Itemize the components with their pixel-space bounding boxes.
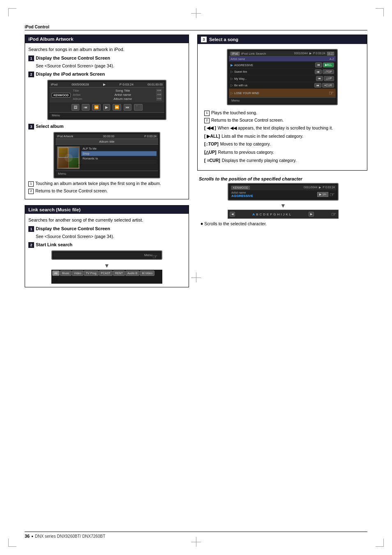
artwork-note-1: 1 Touching an album artwork twice plays … xyxy=(28,181,185,187)
bracket-rewind-label: [ ◀◀ ] xyxy=(204,125,216,131)
link-tab-rent[interactable]: RENT xyxy=(113,271,125,276)
song-name-myway: My Way... xyxy=(234,77,247,80)
ctrl-last[interactable]: ⬛ xyxy=(134,104,143,111)
bracket-cur-label: [ ≡CUR] xyxy=(204,157,220,164)
bracket-up-text: Returns to previous category. xyxy=(218,149,274,155)
song-btn-rew[interactable]: ⏮ xyxy=(315,62,322,67)
song-note-num-2: 2 xyxy=(204,118,210,123)
link-step-2-num: 2 xyxy=(28,242,34,248)
ipod-menu-bar: Menu xyxy=(49,112,164,118)
two-column-layout: iPod Album Artwork Searches for songs in… xyxy=(25,35,367,293)
play-icon-myway: ▷ xyxy=(231,77,233,81)
select-song-step-num: 3 xyxy=(201,37,207,42)
char-b[interactable]: B xyxy=(256,213,258,216)
char-i[interactable]: I xyxy=(281,213,281,216)
ipod-menu-label: Menu xyxy=(52,113,60,117)
song-name-sweetfire: Sweet fire xyxy=(234,70,247,73)
link-tab-mvideo[interactable]: M.Video xyxy=(140,271,154,276)
ctrl-next[interactable]: ⏩ xyxy=(113,104,121,111)
kenwood-logo: KENWOOD xyxy=(52,93,70,97)
artwork-note-2: 2 Returns to the Source Control screen. xyxy=(28,188,185,194)
note-text-2: Returns to the Source Control screen. xyxy=(35,188,108,194)
link-step-2: 2 Start Link search xyxy=(28,242,185,248)
ctrl-thumb[interactable]: 🖼 xyxy=(71,104,79,111)
char-g[interactable]: G xyxy=(273,213,276,216)
page-title: iPod Control xyxy=(25,25,49,29)
char-btn-right[interactable]: ▶ xyxy=(309,212,314,217)
link-tab-music[interactable]: Music xyxy=(60,271,71,276)
scroll-arrow-down: ▼ xyxy=(199,202,367,209)
char-l[interactable]: L xyxy=(289,213,291,216)
az-badge: A-Z xyxy=(327,52,334,56)
artwork-brand: iPod Artwork xyxy=(57,135,73,138)
link-tab-pcast[interactable]: PCAST xyxy=(99,271,113,276)
song-track-num: 0001/0044 xyxy=(294,52,308,56)
note-num-1: 1 xyxy=(28,181,34,187)
char-k[interactable]: K xyxy=(286,213,288,216)
ctrl-next-next[interactable]: ⏭ xyxy=(124,104,131,111)
link-tab-tvprog[interactable]: TV Prog xyxy=(84,271,99,276)
select-song-title: Select a song xyxy=(209,37,238,42)
song-btn-rew-4[interactable]: ⏮ xyxy=(314,83,321,88)
song-note-text-1: Plays the touched song. xyxy=(211,110,257,116)
link-hand-cursor: ☞ xyxy=(152,253,158,260)
char-c[interactable]: C xyxy=(259,213,262,216)
char-bar-hand: ☞ xyxy=(331,211,337,217)
song-bracket-all: [ ▶ALL] Lists all the music in the selec… xyxy=(204,133,360,139)
song-btn-rew-3[interactable]: ⏮ xyxy=(316,76,323,81)
link-tab-video[interactable]: Video xyxy=(72,271,83,276)
song-name-lym: LOSE YOUR MIND xyxy=(234,92,259,95)
char-d[interactable]: D xyxy=(263,213,265,216)
song-btns-myway: ⏮ △UP xyxy=(316,76,334,81)
song-btn-rew-2[interactable]: ⏮ xyxy=(315,69,322,74)
char-a[interactable]: A xyxy=(252,213,255,216)
song-btn-all[interactable]: ▶ALL xyxy=(323,62,334,67)
scroll-char-title: Scrolls to the position of the specified… xyxy=(199,176,367,181)
char-e[interactable]: E xyxy=(267,213,269,216)
scroll-play: ▶ xyxy=(319,186,321,190)
artwork-menu-label: Menu xyxy=(58,172,66,176)
step-3-label: Select album xyxy=(36,123,64,129)
step-1-label: Display the Source Control Screen xyxy=(36,55,110,61)
ipod-track-num: 0005/00028 xyxy=(71,83,89,86)
album-row-3: Romantic to xyxy=(81,156,157,161)
ipod-album-artwork-body: Searches for songs in an album artwork i… xyxy=(25,43,189,199)
song-btn-cur[interactable]: ≡CUR xyxy=(322,83,334,88)
ctrl-prev[interactable]: ⏪ xyxy=(92,104,101,111)
scroll-char-note: • Scrolls to the selected character. xyxy=(199,221,367,226)
char-h[interactable]: H xyxy=(277,213,280,216)
scroll-kenwood-badge: KENWOOD xyxy=(231,186,250,190)
char-f[interactable]: F xyxy=(270,213,272,216)
song-row-aggressive: ▶ AGGRESSIVE ⏮ ▶ALL xyxy=(229,62,336,69)
link-search-body: Searches for another song of the current… xyxy=(25,214,189,287)
song-btn-up[interactable]: △UP xyxy=(324,76,334,81)
ctrl-play[interactable]: ▶ xyxy=(103,104,110,111)
link-tab-audiob[interactable]: Audio B xyxy=(125,271,140,276)
hand-cursor-artwork: ☞ xyxy=(77,162,83,169)
link-screen-mockup: Menu ☞ xyxy=(51,250,162,260)
song-btn-top[interactable]: ⌂TOP xyxy=(323,69,334,74)
song-menu-label: Menu xyxy=(231,99,240,102)
note-text-1: Touching an album artwork twice plays th… xyxy=(35,181,161,187)
song-row-left-lym: ▷ LOSE YOUR MIND xyxy=(231,91,259,95)
artwork-title-bar: Album title xyxy=(55,139,158,145)
ipod-play-indicator: ▶ xyxy=(103,83,106,86)
link-tabs-bar: All Music Video TV Prog PCAST RENT Audio… xyxy=(51,270,162,284)
char-j[interactable]: J xyxy=(283,213,285,216)
select-song-notes: 1 Plays the touched song. 2 Returns to t… xyxy=(201,108,364,168)
step-1-artwork: 1 Display the Source Control Screen xyxy=(28,55,185,61)
album-row-4 xyxy=(81,161,157,163)
scroll-screen-mockup: KENWOOD 0001/0044 ▶ P 0:03:24 Artist nam… xyxy=(228,183,339,201)
artwork-notes: 1 Touching an album artwork twice plays … xyxy=(28,181,185,194)
char-btn-left[interactable]: ◀ xyxy=(230,212,235,217)
ctrl-prev-prev[interactable]: ⏮ xyxy=(82,104,90,111)
artwork-screen-mockup: iPod Artwork 00:00:00 P 0:03:24 Album ti… xyxy=(53,132,160,178)
album-art-image: ☞ xyxy=(57,146,80,169)
ipod-title-btn: ⟹ xyxy=(156,89,162,92)
step-2-num: 2 xyxy=(28,72,34,77)
scroll-track-num: 0001/0044 xyxy=(304,186,317,190)
scroll-screen-top: KENWOOD 0001/0044 ▶ P 0:03:24 xyxy=(230,185,337,190)
ipod-controls: 🖼 ⏮ ⏪ ▶ ⏩ ⏭ ⬛ xyxy=(49,102,164,112)
link-tab-all[interactable]: All xyxy=(52,271,60,276)
ipod-artist-value: Artist name xyxy=(114,93,131,97)
